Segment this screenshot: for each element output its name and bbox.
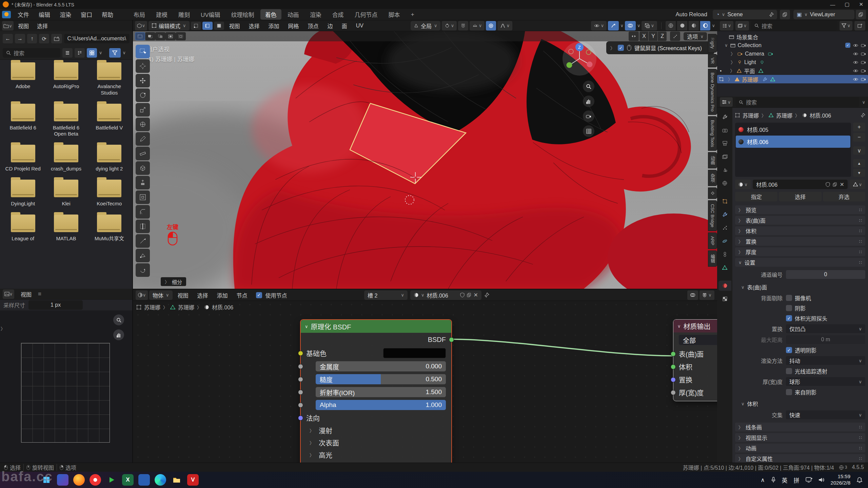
volume-input-socket[interactable] [671, 364, 676, 369]
vp-menu-view[interactable]: 视图 [225, 22, 244, 30]
folder-item[interactable]: Avalanche Studios [88, 62, 131, 96]
camera-restrict-icon[interactable] [861, 60, 866, 64]
editor-type-file-browser-button[interactable]: ∨ [2, 21, 14, 30]
panel-preview[interactable]: 〉预览∷ [735, 205, 865, 214]
workspace-tab-geonodes[interactable]: 几何节点 [350, 9, 382, 20]
folder-item[interactable]: KoeiTecmo [88, 180, 131, 207]
node-principled-bsdf[interactable]: ∨ 原理化 BSDF BSDF 基础色 金属度0.000 糙度0.500 折射率… [300, 319, 452, 463]
shading-wireframe-button[interactable] [666, 21, 676, 30]
auto-reload-button[interactable]: Auto Reload [675, 11, 707, 18]
tool-cursor[interactable] [136, 59, 150, 73]
mirror-x-toggle[interactable]: X [639, 32, 648, 41]
sample-size-field[interactable]: 1 px [28, 300, 83, 310]
outliner-row-suzanne-selected[interactable]: 〉 苏珊娜 [717, 75, 868, 83]
taskbar-app-browser-red[interactable] [90, 474, 101, 486]
material-browse-button[interactable]: ∨ [735, 180, 751, 189]
vp-menu-vertex[interactable]: 顶点 [304, 22, 322, 30]
xray-toggle[interactable]: ∨ [642, 21, 657, 30]
surface-input-socket[interactable] [671, 351, 676, 357]
panel-settings[interactable]: ∨设置∷ [735, 258, 865, 267]
snap-proportional-icon[interactable] [670, 32, 680, 41]
folder-item[interactable]: CD Projekt Red [1, 145, 44, 172]
ptab-render[interactable] [718, 125, 731, 135]
scene-copy-button[interactable] [780, 10, 790, 19]
max-distance-field[interactable]: 0 m [786, 335, 865, 344]
folder-item[interactable]: Battlefield V [88, 104, 131, 138]
camera-restrict-icon[interactable] [861, 43, 866, 47]
ptab-viewlayer[interactable] [718, 151, 731, 162]
shader-editor[interactable]: ∨ 物体∨ 视图 选择 添加 节点 ✓ 使用节点 槽 2∨ ∨ 材质.006 ✕… [133, 289, 717, 463]
select-button[interactable]: 选择 [779, 192, 821, 201]
taskbar-app-explorer[interactable] [171, 474, 182, 486]
folder-item[interactable]: Battlefield 6 Open Beta [44, 104, 87, 138]
outliner-display-mode-selector[interactable]: ∨ [720, 21, 733, 30]
scene-selector[interactable]: ◔∨ Scene [713, 10, 777, 19]
ntab-animation[interactable]: 动画 [708, 152, 717, 168]
folder-item[interactable]: League of [1, 215, 44, 242]
tool-knife[interactable] [136, 234, 150, 248]
ptab-constraints[interactable] [718, 249, 731, 259]
tool-transform[interactable] [136, 118, 150, 131]
pin-icon[interactable] [484, 292, 489, 298]
outliner-filter-button[interactable]: ∨ [840, 21, 852, 30]
thickness-dropdown[interactable]: 球形∨ [786, 377, 865, 386]
folder-item[interactable]: dying light 2 [88, 145, 131, 172]
workspace-tab-layout[interactable]: 布局 [129, 9, 150, 20]
vp-menu-face[interactable]: 面 [338, 22, 351, 30]
workspace-tab-uv[interactable]: UV编辑 [196, 9, 225, 20]
shader-type-selector[interactable]: 物体∨ [149, 290, 173, 300]
select-new-button[interactable] [135, 32, 145, 40]
eye-icon[interactable] [853, 69, 859, 73]
sh-overlays-toggle[interactable] [687, 290, 698, 300]
mode-selector[interactable]: 编辑模式∨ [149, 21, 190, 30]
eye-icon[interactable] [853, 77, 859, 81]
workspace-tab-scripting[interactable]: 脚本 [384, 9, 405, 20]
folder-item[interactable]: MATLAB [44, 215, 87, 242]
panel-viewport-display[interactable]: 〉视图显示∷ [735, 433, 865, 442]
editor-type-image-button[interactable]: ∨ [3, 289, 14, 299]
se-pan-hand-icon[interactable] [113, 329, 124, 340]
vp-ortho-toggle-icon[interactable] [583, 125, 594, 137]
displacement-dropdown[interactable]: 仅凹凸∨ [786, 324, 865, 333]
ntab-bone-dynamics[interactable]: Bone Dynamics Pro [708, 69, 717, 115]
sh-menu-view[interactable]: 视图 [174, 291, 192, 299]
overlays-toggle[interactable] [625, 21, 636, 30]
camera-restrict-icon[interactable] [861, 77, 866, 81]
bsdf-section-specular[interactable]: 〉高光 [301, 449, 451, 461]
metallic-slider[interactable]: 金属度0.000 [316, 361, 446, 371]
tray-expand-icon[interactable]: ∧ [761, 476, 765, 484]
fb-up-button[interactable]: ↑ [27, 34, 37, 43]
vp-menu-select[interactable]: 选择 [245, 22, 263, 30]
fb-view-detail-button[interactable] [75, 48, 85, 58]
bsdf-section-diffuse[interactable]: 〉漫射 [301, 424, 451, 436]
fb-path-field[interactable]: C:\Users\Ad...ocuments\ [64, 34, 130, 43]
output-node-header[interactable]: ∨ 材质输出 [673, 320, 717, 332]
tool-rotate[interactable] [136, 88, 150, 102]
ptab-output[interactable] [718, 138, 731, 148]
slot-add-button[interactable]: + [853, 123, 865, 131]
ime-lang-en[interactable]: 英 [782, 476, 788, 484]
backface-shadow-checkbox[interactable] [786, 305, 792, 311]
ntab-tool-icon[interactable] [708, 187, 717, 199]
bsdf-output-socket[interactable] [449, 337, 454, 342]
properties-filter-dropdown[interactable]: ∨ [862, 100, 865, 105]
ptab-tool[interactable] [718, 112, 731, 122]
material-slot-selector[interactable]: 槽 2∨ [364, 290, 408, 300]
panel-custom-props[interactable]: 〉自定义属性∷ [735, 454, 865, 463]
folder-item[interactable]: DyingLight [1, 180, 44, 207]
sh-menu-add[interactable]: 添加 [213, 291, 232, 299]
eye-icon[interactable] [853, 43, 859, 47]
mirror-z-toggle[interactable]: Z [658, 32, 667, 41]
ime-lang-pinyin[interactable]: 拼 [794, 476, 800, 484]
workspace-tab-modeling[interactable]: 建模 [151, 9, 172, 20]
viewlayer-copy-button[interactable] [856, 10, 866, 19]
surface-subsection-header[interactable]: ∨表(曲)面 [741, 283, 865, 291]
ior-socket[interactable] [298, 390, 303, 395]
mirror-y-toggle[interactable]: Y [649, 32, 657, 41]
ptab-texture[interactable] [718, 294, 731, 304]
copy-icon[interactable] [833, 182, 837, 187]
folder-item[interactable]: Adobe [1, 62, 44, 96]
unlink-icon[interactable]: ✕ [474, 292, 478, 298]
tool-scale[interactable] [136, 103, 150, 117]
normal-socket[interactable] [298, 415, 303, 421]
